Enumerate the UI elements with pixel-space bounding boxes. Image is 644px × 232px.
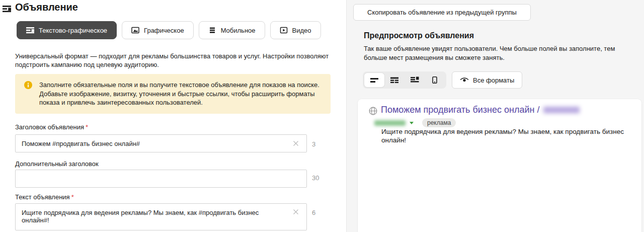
chevron-down-icon[interactable] bbox=[410, 122, 414, 124]
video-icon bbox=[280, 26, 288, 34]
text-graphic-icon bbox=[26, 26, 34, 34]
image-icon bbox=[131, 26, 139, 34]
tab-label: Текстово-графическое bbox=[39, 27, 107, 34]
tab-mobile[interactable]: Мобильное bbox=[199, 21, 265, 39]
preview-domain-row: реклама bbox=[374, 118, 456, 127]
clear-title-button[interactable] bbox=[292, 139, 300, 147]
format-description: Универсальный формат — подходит для рекл… bbox=[15, 52, 341, 69]
ad-type-tabs: Текстово-графическое Графическое Мобильн… bbox=[17, 21, 321, 39]
preview-heading: Предпросмотр объявления bbox=[364, 31, 474, 40]
tab-graphic[interactable]: Графическое bbox=[122, 21, 194, 39]
ad-text-label: Текст объявления* bbox=[15, 193, 74, 201]
ad-form-panel: Объявление Текстово-графическое Графичес… bbox=[0, 0, 346, 232]
blurred-url-fragment bbox=[543, 107, 580, 113]
ad-label-badge: реклама bbox=[422, 118, 456, 127]
tab-text-graphic[interactable]: Текстово-графическое bbox=[17, 21, 117, 39]
preview-description: Так ваше объявление увидят пользователи.… bbox=[364, 44, 629, 62]
tab-label: Графическое bbox=[144, 27, 184, 34]
preview-format-toggle bbox=[363, 71, 446, 89]
all-formats-label: Все форматы bbox=[473, 76, 514, 84]
copy-from-previous-group-button[interactable]: Скопировать объявление из предыдущей гру… bbox=[353, 4, 531, 21]
notice-text: Заполните обязательные поля и вы получит… bbox=[39, 81, 320, 107]
clear-icon bbox=[292, 208, 300, 216]
ad-preview-card: Поможем продвигать бизнес онлайн / рекла… bbox=[358, 99, 641, 232]
preview-ad-title-row: Поможем продвигать бизнес онлайн / bbox=[381, 105, 580, 115]
page-title: Объявление bbox=[15, 2, 78, 13]
format-text-image-icon[interactable] bbox=[405, 73, 425, 87]
format-lines-icon[interactable] bbox=[384, 73, 405, 87]
all-formats-button[interactable]: Все форматы bbox=[452, 71, 522, 89]
preview-ad-text: Ищите подрядчика для ведения рекламы? Мы… bbox=[381, 127, 633, 144]
text-graphic-icon bbox=[3, 5, 11, 13]
blurred-domain bbox=[374, 120, 406, 126]
extra-title-label: Дополнительный заголовок bbox=[15, 160, 99, 168]
format-mobile-icon[interactable] bbox=[425, 73, 445, 87]
required-mark: * bbox=[71, 193, 74, 201]
ad-text-input[interactable]: Ищите подрядчика для ведения рекламы? Мы… bbox=[15, 203, 307, 230]
clear-text-button[interactable] bbox=[292, 208, 300, 216]
ad-editor-screen: Объявление Текстово-графическое Графичес… bbox=[0, 0, 644, 232]
ad-text-counter: 6 bbox=[312, 209, 315, 216]
format-search-icon[interactable] bbox=[364, 73, 384, 87]
preview-ad-title-link[interactable]: Поможем продвигать бизнес онлайн / bbox=[381, 105, 540, 115]
info-notice: Заполните обязательные поля и вы получит… bbox=[15, 74, 331, 114]
eye-icon bbox=[460, 77, 469, 83]
clear-icon bbox=[292, 139, 300, 147]
tab-label: Видео bbox=[292, 27, 311, 34]
required-mark: * bbox=[86, 123, 88, 131]
info-icon bbox=[24, 81, 32, 89]
extra-title-counter: 30 bbox=[312, 174, 319, 182]
ad-title-counter: 3 bbox=[312, 140, 315, 148]
globe-icon bbox=[369, 107, 377, 115]
mobile-lines-icon bbox=[208, 26, 216, 34]
extra-title-input[interactable] bbox=[15, 170, 307, 188]
tab-label: Мобильное bbox=[221, 27, 256, 34]
preview-panel: Скопировать объявление из предыдущей гру… bbox=[346, 0, 644, 232]
tab-video[interactable]: Видео bbox=[270, 21, 321, 39]
ad-title-input[interactable] bbox=[15, 134, 307, 152]
ad-title-label: Заголовок объявления* bbox=[15, 123, 88, 131]
